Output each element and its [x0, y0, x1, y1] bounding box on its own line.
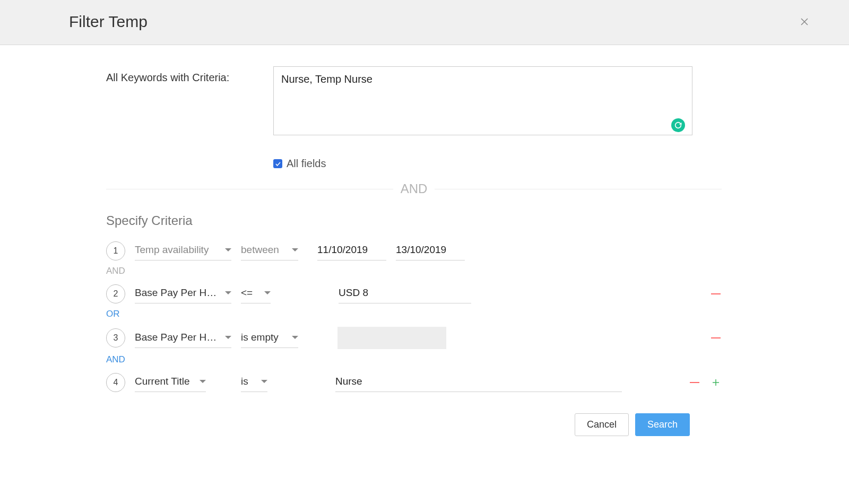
criteria-number-badge: 4 — [106, 373, 125, 392]
join-connector[interactable]: AND — [106, 354, 722, 365]
field-select[interactable]: Base Pay Per Ho... — [135, 284, 231, 303]
criteria-row: 3 Base Pay Per Ho... is empty — [106, 327, 722, 349]
operator-select-label: between — [241, 244, 285, 256]
criteria-number-badge: 3 — [106, 328, 125, 347]
criteria-number-badge: 2 — [106, 284, 125, 303]
operator-select-label: is — [241, 376, 255, 387]
criteria-row: 2 Base Pay Per Ho... <= — [106, 284, 722, 303]
value-disabled-box — [337, 327, 446, 349]
add-criteria-button[interactable] — [710, 378, 722, 387]
field-select[interactable]: Current Title — [135, 372, 206, 392]
value-input[interactable] — [335, 372, 622, 392]
operator-select[interactable]: is — [241, 372, 267, 392]
keywords-row: All Keywords with Criteria: Nurse, Temp … — [106, 66, 722, 137]
minus-icon — [711, 293, 721, 294]
minus-icon — [690, 382, 699, 383]
criteria-row: 4 Current Title is — [106, 372, 722, 392]
field-select-label: Base Pay Per Ho... — [135, 287, 219, 299]
cancel-button[interactable]: Cancel — [575, 413, 629, 436]
value-input[interactable] — [339, 284, 471, 303]
close-icon[interactable] — [798, 15, 811, 28]
all-fields-label: All fields — [287, 158, 326, 170]
specify-criteria-title: Specify Criteria — [106, 213, 722, 228]
remove-criteria-button[interactable] — [710, 293, 722, 294]
operator-select-label: <= — [241, 287, 258, 299]
operator-select[interactable]: is empty — [241, 328, 298, 348]
chevron-down-icon — [292, 248, 298, 251]
operator-select[interactable]: between — [241, 241, 298, 260]
join-connector[interactable]: AND — [106, 266, 722, 276]
criteria-row: 1 Temp availability between — [106, 241, 722, 260]
all-fields-checkbox[interactable] — [273, 159, 282, 168]
grammarly-icon[interactable] — [671, 118, 685, 132]
all-fields-row: All fields — [273, 158, 722, 170]
chevron-down-icon — [225, 336, 231, 339]
chevron-down-icon — [264, 291, 271, 294]
minus-icon — [711, 337, 721, 338]
chevron-down-icon — [200, 380, 206, 383]
field-select-label: Base Pay Per Ho... — [135, 332, 219, 343]
field-select-label: Current Title — [135, 376, 193, 387]
operator-select-label: is empty — [241, 332, 285, 343]
remove-criteria-button[interactable] — [689, 382, 700, 383]
modal-title: Filter Temp — [69, 13, 148, 31]
modal-footer: Cancel Search — [106, 413, 722, 436]
and-separator: AND — [106, 181, 722, 196]
field-select-label: Temp availability — [135, 244, 219, 256]
chevron-down-icon — [225, 248, 231, 251]
value-from-input[interactable] — [317, 241, 386, 260]
keywords-textarea[interactable]: Nurse, Temp Nurse — [273, 66, 692, 135]
value-to-input[interactable] — [396, 241, 465, 260]
keywords-input-wrap: Nurse, Temp Nurse — [273, 66, 692, 137]
keywords-label: All Keywords with Criteria: — [106, 66, 268, 137]
chevron-down-icon — [292, 336, 298, 339]
modal-header: Filter Temp — [0, 0, 849, 45]
chevron-down-icon — [261, 380, 267, 383]
criteria-number-badge: 1 — [106, 241, 125, 260]
and-separator-label: AND — [393, 181, 435, 196]
modal-body: All Keywords with Criteria: Nurse, Temp … — [0, 45, 743, 452]
chevron-down-icon — [225, 291, 231, 294]
join-connector[interactable]: OR — [106, 309, 722, 319]
field-select[interactable]: Temp availability — [135, 241, 231, 260]
remove-criteria-button[interactable] — [710, 337, 722, 338]
field-select[interactable]: Base Pay Per Ho... — [135, 328, 231, 348]
operator-select[interactable]: <= — [241, 284, 271, 303]
search-button[interactable]: Search — [635, 413, 690, 436]
